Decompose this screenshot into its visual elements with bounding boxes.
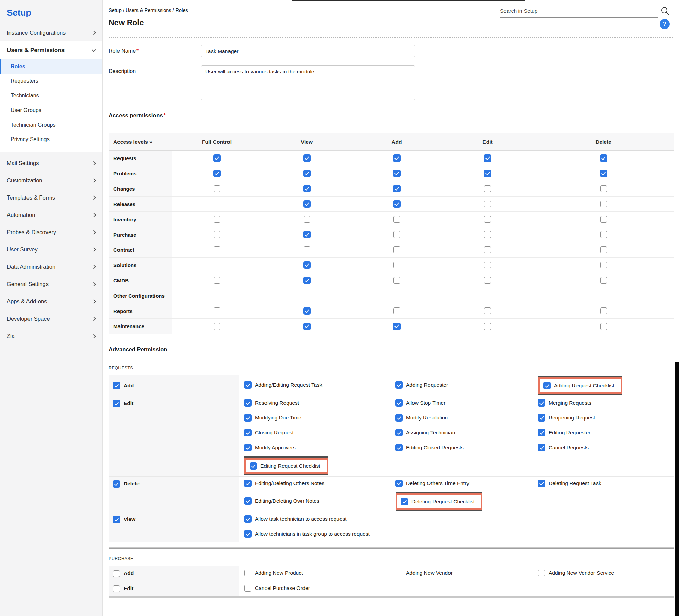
checkbox-deleting-request-checklist[interactable] [401, 498, 408, 505]
checkbox-adding-new-vendor-service[interactable] [538, 570, 545, 576]
checkbox-problems-delete[interactable] [600, 170, 607, 177]
checkbox-deleting-request-task[interactable] [538, 480, 545, 487]
checkbox-deleting-others-time-entry[interactable] [396, 480, 402, 487]
checkbox-adding-new-vendor[interactable] [396, 570, 402, 576]
sidebar-item-templates-forms[interactable]: Templates & Forms [0, 189, 102, 206]
checkbox-reports-view[interactable] [304, 307, 310, 314]
search-icon[interactable] [660, 6, 670, 17]
sidebar-item-mail-settings[interactable]: Mail Settings [0, 154, 102, 172]
checkbox-closing-request[interactable] [244, 429, 251, 436]
checkbox-solutions-delete[interactable] [600, 262, 607, 268]
checkbox-maintenance-view[interactable] [304, 323, 310, 330]
sidebar-item-users-permissions[interactable]: Users & Permissions [0, 41, 102, 59]
checkbox-requests-view[interactable] [113, 516, 120, 523]
checkbox-editing-requester[interactable] [538, 429, 545, 436]
checkbox-maintenance-full-control[interactable] [214, 323, 220, 330]
checkbox-contract-delete[interactable] [600, 246, 607, 253]
checkbox-cmdb-edit[interactable] [484, 277, 491, 284]
checkbox-adding-editing-request-task[interactable] [244, 381, 251, 388]
description-field[interactable]: User will access to various tasks in the… [201, 65, 415, 100]
checkbox-resolving-request[interactable] [244, 399, 251, 406]
checkbox-maintenance-delete[interactable] [600, 323, 607, 330]
sidebar-item-probes-discovery[interactable]: Probes & Discovery [0, 224, 102, 241]
checkbox-maintenance-edit[interactable] [484, 323, 491, 330]
checkbox-releases-view[interactable] [304, 201, 310, 207]
checkbox-inventory-edit[interactable] [484, 216, 491, 223]
checkbox-contract-full-control[interactable] [214, 246, 220, 253]
checkbox-purchase-delete[interactable] [600, 231, 607, 238]
checkbox-editing-request-checklist[interactable] [250, 463, 257, 469]
checkbox-solutions-view[interactable] [304, 262, 310, 268]
checkbox-contract-view[interactable] [304, 246, 310, 253]
checkbox-purchase-add[interactable] [113, 570, 120, 577]
checkbox-requests-add[interactable] [113, 382, 120, 389]
checkbox-requests-edit[interactable] [484, 155, 491, 162]
checkbox-requests-edit[interactable] [113, 400, 120, 407]
sidebar-item-data-administration[interactable]: Data Administration [0, 258, 102, 276]
checkbox-assigning-technician[interactable] [396, 429, 402, 436]
checkbox-modify-resolution[interactable] [396, 414, 402, 421]
vertical-scrollbar[interactable] [675, 362, 679, 616]
checkbox-contract-add[interactable] [393, 246, 400, 253]
checkbox-purchase-edit[interactable] [113, 585, 120, 592]
checkbox-solutions-add[interactable] [393, 262, 400, 268]
checkbox-changes-add[interactable] [393, 185, 400, 192]
checkbox-reports-full-control[interactable] [214, 307, 220, 314]
checkbox-editing-closed-requests[interactable] [396, 444, 402, 451]
sidebar-item-customization[interactable]: Customization [0, 172, 102, 189]
checkbox-problems-edit[interactable] [484, 170, 491, 177]
checkbox-reports-delete[interactable] [600, 307, 607, 314]
sidebar-item-developer-space[interactable]: Developer Space [0, 310, 102, 328]
checkbox-changes-full-control[interactable] [214, 185, 220, 192]
checkbox-changes-delete[interactable] [600, 185, 607, 192]
checkbox-cancel-requests[interactable] [538, 444, 545, 451]
sidebar-item-technician-groups[interactable]: Technician Groups [0, 117, 102, 132]
checkbox-inventory-full-control[interactable] [214, 216, 220, 223]
checkbox-changes-view[interactable] [304, 185, 310, 192]
sidebar-item-requesters[interactable]: Requesters [0, 74, 102, 88]
checkbox-releases-full-control[interactable] [214, 201, 220, 207]
sidebar-item-apps-add-ons[interactable]: Apps & Add-ons [0, 293, 102, 310]
checkbox-requests-delete[interactable] [113, 481, 120, 487]
checkbox-cmdb-view[interactable] [304, 277, 310, 284]
sidebar-item-zia[interactable]: Zia [0, 328, 102, 345]
checkbox-purchase-view[interactable] [304, 231, 310, 238]
checkbox-allow-technicians-in-task-group-to-access-request[interactable] [244, 530, 251, 537]
sidebar-item-roles[interactable]: Roles [0, 59, 102, 74]
checkbox-maintenance-add[interactable] [393, 323, 400, 330]
checkbox-adding-new-product[interactable] [244, 570, 251, 576]
checkbox-modify-approvers[interactable] [244, 444, 251, 451]
checkbox-purchase-add[interactable] [393, 231, 400, 238]
checkbox-releases-delete[interactable] [600, 201, 607, 207]
checkbox-purchase-edit[interactable] [484, 231, 491, 238]
help-icon[interactable]: ? [660, 19, 670, 29]
checkbox-cmdb-full-control[interactable] [214, 277, 220, 284]
checkbox-contract-edit[interactable] [484, 246, 491, 253]
checkbox-cmdb-add[interactable] [393, 277, 400, 284]
checkbox-changes-edit[interactable] [484, 185, 491, 192]
checkbox-inventory-add[interactable] [393, 216, 400, 223]
checkbox-solutions-full-control[interactable] [214, 262, 220, 268]
checkbox-adding-request-checklist[interactable] [544, 382, 550, 389]
checkbox-problems-view[interactable] [304, 170, 310, 177]
sidebar-item-privacy-settings[interactable]: Privacy Settings [0, 132, 102, 147]
checkbox-reopening-request[interactable] [538, 414, 545, 421]
sidebar-item-general-settings[interactable]: General Settings [0, 276, 102, 293]
checkbox-cancel-purchase-order[interactable] [244, 585, 251, 592]
checkbox-inventory-delete[interactable] [600, 216, 607, 223]
checkbox-solutions-edit[interactable] [484, 262, 491, 268]
checkbox-cmdb-delete[interactable] [600, 277, 607, 284]
checkbox-requests-delete[interactable] [600, 155, 607, 162]
role-name-field[interactable] [201, 45, 415, 57]
sidebar-item-user-groups[interactable]: User Groups [0, 103, 102, 117]
checkbox-releases-add[interactable] [393, 201, 400, 207]
checkbox-requests-add[interactable] [393, 155, 400, 162]
sidebar-item-user-survey[interactable]: User Survey [0, 241, 102, 258]
search-input[interactable] [500, 4, 658, 18]
checkbox-inventory-view[interactable] [304, 216, 310, 223]
checkbox-reports-add[interactable] [393, 307, 400, 314]
checkbox-editing-deleting-own-notes[interactable] [244, 498, 251, 504]
checkbox-modifying-due-time[interactable] [244, 414, 251, 421]
checkbox-requests-full-control[interactable] [214, 155, 220, 162]
checkbox-allow-task-technician-to-access-request[interactable] [244, 516, 251, 522]
